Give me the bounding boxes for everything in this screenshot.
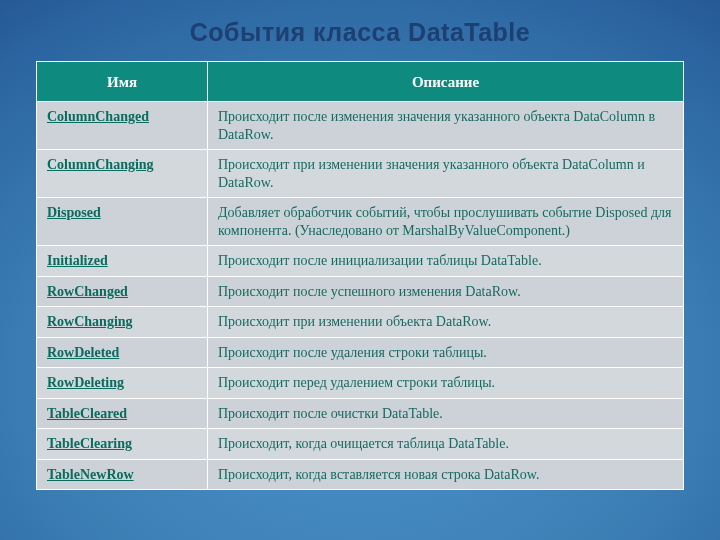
event-link[interactable]: RowChanging [47,314,133,329]
header-name: Имя [37,62,208,102]
event-desc: Происходит при изменении значения указан… [208,150,684,198]
event-desc: Происходит после успешного изменения Dat… [208,276,684,307]
event-desc: Добавляет обработчик событий, чтобы прос… [208,198,684,246]
table-row: TableNewRow Происходит, когда вставляетс… [37,459,684,490]
table-row: RowDeleting Происходит перед удалением с… [37,368,684,399]
event-desc: Происходит при изменении объекта DataRow… [208,307,684,338]
table-row: TableClearing Происходит, когда очищаетс… [37,429,684,460]
table-row: RowChanging Происходит при изменении объ… [37,307,684,338]
event-desc: Происходит, когда очищается таблица Data… [208,429,684,460]
table-row: Disposed Добавляет обработчик событий, ч… [37,198,684,246]
event-link[interactable]: ColumnChanging [47,157,154,172]
event-link[interactable]: Disposed [47,205,101,220]
event-desc: Происходит, когда вставляется новая стро… [208,459,684,490]
table-row: TableCleared Происходит после очистки Da… [37,398,684,429]
event-desc: Происходит перед удалением строки таблиц… [208,368,684,399]
events-table: Имя Описание ColumnChanged Происходит по… [36,61,684,490]
event-link[interactable]: RowDeleting [47,375,124,390]
table-row: RowDeleted Происходит после удаления стр… [37,337,684,368]
event-desc: Происходит после инициализации таблицы D… [208,246,684,277]
event-link[interactable]: ColumnChanged [47,109,149,124]
event-link[interactable]: RowDeleted [47,345,119,360]
table-row: ColumnChanged Происходит после изменения… [37,102,684,150]
page-title: События класса DataTable [36,18,684,47]
table-header-row: Имя Описание [37,62,684,102]
event-link[interactable]: RowChanged [47,284,128,299]
event-link[interactable]: TableCleared [47,406,127,421]
event-link[interactable]: Initialized [47,253,108,268]
slide: События класса DataTable Имя Описание Co… [0,0,720,540]
event-link[interactable]: TableNewRow [47,467,134,482]
header-desc: Описание [208,62,684,102]
event-desc: Происходит после изменения значения указ… [208,102,684,150]
event-link[interactable]: TableClearing [47,436,132,451]
table-row: Initialized Происходит после инициализац… [37,246,684,277]
event-desc: Происходит после удаления строки таблицы… [208,337,684,368]
event-desc: Происходит после очистки DataTable. [208,398,684,429]
table-row: ColumnChanging Происходит при изменении … [37,150,684,198]
table-row: RowChanged Происходит после успешного из… [37,276,684,307]
